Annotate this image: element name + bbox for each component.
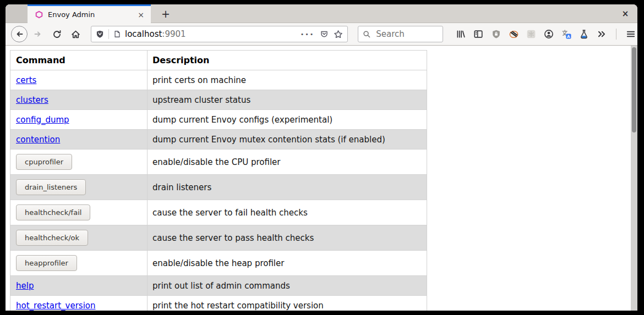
sidebar-icon xyxy=(473,29,483,39)
disabled-extension-button[interactable] xyxy=(525,27,538,41)
command-description: print out list of admin commands xyxy=(148,276,427,296)
command-button[interactable]: cpuprofiler xyxy=(16,154,72,170)
toolbar-icon-cluster: A xyxy=(454,27,637,41)
page-info-icon[interactable] xyxy=(113,30,121,38)
search-box[interactable] xyxy=(358,26,443,42)
command-cell: healthcheck/fail xyxy=(10,200,148,225)
table-row: healthcheck/failcause the server to fail… xyxy=(10,200,427,225)
command-link[interactable]: contention xyxy=(16,135,60,145)
table-row: helpprint out list of admin commands xyxy=(10,276,427,296)
command-link[interactable]: hot_restart_version xyxy=(16,301,96,311)
command-link[interactable]: config_dump xyxy=(16,115,69,125)
back-arrow-icon xyxy=(15,30,24,38)
command-description: cause the server to pass health checks xyxy=(148,225,427,251)
reload-button[interactable] xyxy=(48,26,65,42)
privacy-badger-icon xyxy=(509,30,519,39)
command-button[interactable]: heapprofiler xyxy=(16,255,77,271)
vertical-scrollbar[interactable] xyxy=(631,46,637,311)
translate-extension-button[interactable]: A xyxy=(560,27,573,41)
table-row: drain_listenersdrain listeners xyxy=(10,175,427,200)
command-cell: cpuprofiler xyxy=(10,150,148,175)
command-description: dump current Envoy configs (experimental… xyxy=(148,110,427,130)
command-description: dump current Envoy mutex contention stat… xyxy=(148,130,427,150)
command-description: cause the server to fail health checks xyxy=(148,200,427,225)
sidebar-toggle-button[interactable] xyxy=(472,27,485,41)
url-port: :9901 xyxy=(162,29,185,39)
page-content: Command Description certsprint certs on … xyxy=(6,46,637,311)
bookmark-star-icon[interactable] xyxy=(334,30,343,39)
description-column-header: Description xyxy=(148,51,427,70)
command-description: enable/disable the heap profiler xyxy=(148,251,427,276)
navigation-toolbar: localhost:9901 ••• xyxy=(6,23,637,46)
table-row: config_dumpdump current Envoy configs (e… xyxy=(10,110,427,130)
home-icon xyxy=(71,30,80,39)
command-description: print the hot restart compatibility vers… xyxy=(148,296,427,311)
command-cell: certs xyxy=(10,70,148,90)
window-close-button[interactable]: × xyxy=(618,4,633,23)
forward-arrow-icon xyxy=(34,30,42,38)
pocket-icon[interactable] xyxy=(320,30,329,38)
table-row: cpuprofilerenable/disable the CPU profil… xyxy=(10,150,427,175)
overflow-menu-button[interactable] xyxy=(595,27,608,41)
scrollbar-thumb[interactable] xyxy=(632,47,636,132)
shield-lock-extension-button[interactable] xyxy=(489,27,503,41)
search-input[interactable] xyxy=(375,29,438,40)
home-button[interactable] xyxy=(67,26,84,42)
privacy-badger-extension-button[interactable] xyxy=(507,27,520,41)
app-menu-button[interactable] xyxy=(624,27,637,41)
tab-envoy-admin[interactable]: Envoy Admin × xyxy=(28,4,151,23)
experiments-flask-button[interactable] xyxy=(577,27,591,41)
command-column-header: Command xyxy=(10,51,148,70)
reload-icon xyxy=(52,30,62,39)
command-button[interactable]: drain_listeners xyxy=(16,179,86,195)
command-cell: drain_listeners xyxy=(10,175,148,200)
command-description: upstream cluster status xyxy=(148,90,427,110)
new-tab-button[interactable]: + xyxy=(157,4,174,23)
svg-text:A: A xyxy=(567,34,570,39)
tracking-protection-shield-icon[interactable] xyxy=(96,30,104,38)
command-description: print certs on machine xyxy=(148,70,427,90)
shield-lock-icon xyxy=(492,29,501,39)
double-chevron-right-icon xyxy=(597,29,607,39)
tab-bar: Envoy Admin × + × xyxy=(6,4,637,23)
command-link[interactable]: help xyxy=(16,281,34,291)
command-cell: hot_restart_version xyxy=(10,296,148,311)
envoy-favicon-icon xyxy=(35,10,43,19)
tabbar-left-space xyxy=(6,4,28,23)
command-link[interactable]: clusters xyxy=(16,95,48,105)
url-host: localhost xyxy=(125,29,162,39)
library-button[interactable] xyxy=(454,27,467,41)
command-cell: contention xyxy=(10,130,148,150)
hamburger-menu-icon xyxy=(626,29,636,39)
toolbar-separator xyxy=(616,29,616,40)
command-cell: healthcheck/ok xyxy=(10,225,148,251)
commands-table-body: certsprint certs on machineclustersupstr… xyxy=(10,70,427,311)
command-cell: config_dump xyxy=(10,110,148,130)
table-row: contentiondump current Envoy mutex conte… xyxy=(10,130,427,150)
table-row: clustersupstream cluster status xyxy=(10,90,427,110)
forward-button[interactable] xyxy=(30,26,46,42)
table-row: heapprofilerenable/disable the heap prof… xyxy=(10,251,427,276)
table-row: healthcheck/okcause the server to pass h… xyxy=(10,225,427,251)
command-description: drain listeners xyxy=(148,175,427,200)
command-button[interactable]: healthcheck/fail xyxy=(16,205,90,220)
url-bar[interactable]: localhost:9901 ••• xyxy=(91,26,348,42)
flask-icon xyxy=(579,29,589,39)
nav-buttons xyxy=(11,26,84,42)
tab-close-icon[interactable]: × xyxy=(135,11,146,19)
account-button[interactable] xyxy=(542,27,555,41)
translate-icon: A xyxy=(561,29,571,39)
table-row: certsprint certs on machine xyxy=(10,70,427,90)
command-cell: clusters xyxy=(10,90,148,110)
tab-title: Envoy Admin xyxy=(48,10,135,19)
back-button[interactable] xyxy=(11,26,28,42)
command-link[interactable]: certs xyxy=(16,75,36,85)
disabled-extension-icon xyxy=(526,29,536,39)
command-description: enable/disable the CPU profiler xyxy=(148,150,427,175)
page-actions-icon[interactable]: ••• xyxy=(301,31,314,38)
command-cell: heapprofiler xyxy=(10,251,148,276)
command-cell: help xyxy=(10,276,148,296)
admin-commands-table: Command Description certsprint certs on … xyxy=(10,50,427,311)
command-button[interactable]: healthcheck/ok xyxy=(16,230,88,246)
browser-window: Envoy Admin × + × xyxy=(6,4,637,311)
